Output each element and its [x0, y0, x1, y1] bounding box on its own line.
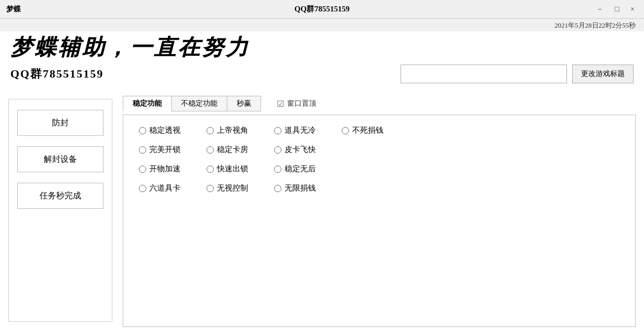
titlebar-qq-group: QQ群785515159 [294, 4, 350, 14]
feature-label-3-1: 无视控制 [217, 183, 248, 193]
tab-stable[interactable]: 稳定功能 [123, 96, 172, 111]
app-name: 梦蝶 [6, 5, 21, 14]
main-title: 梦蝶辅助，一直在努力 [10, 35, 634, 59]
feature-stable-room[interactable]: 稳定卡房 [207, 145, 248, 155]
feature-label-3-0: 六道具卡 [149, 183, 181, 193]
feature-label-0-2: 道具无冷 [285, 125, 316, 135]
tab-instant-win[interactable]: 秒赢 [227, 96, 261, 111]
feature-label-0-0: 稳定透视 [149, 125, 181, 135]
task-complete-button[interactable]: 任务秒完成 [17, 183, 104, 209]
feature-label-3-2: 无限捐钱 [285, 183, 316, 193]
window-controls: － □ × [593, 5, 638, 14]
feature-row-1: 完美开锁 稳定卡房 皮卡飞快 [139, 145, 620, 155]
feature-ignore-control[interactable]: 无视控制 [207, 183, 248, 193]
feature-six-item[interactable]: 六道具卡 [139, 183, 181, 193]
feature-label-2-2: 稳定无后 [285, 164, 316, 174]
right-panel: 稳定功能 不稳定功能 秒赢 ☑ 窗口置顶 稳定透视 上帝视角 [121, 94, 644, 327]
features-panel: 稳定透视 上帝视角 道具无冷 不死捐钱 完美 [123, 115, 636, 327]
tabs-row: 稳定功能 不稳定功能 秒赢 ☑ 窗口置顶 [123, 96, 636, 111]
radio-stable-room [207, 146, 214, 154]
feature-perfect-unlock[interactable]: 完美开锁 [139, 145, 181, 155]
restore-button[interactable]: □ [612, 5, 622, 14]
feature-label-1-1: 稳定卡房 [217, 145, 248, 155]
qq-group-label: QQ群785515159 [10, 66, 104, 82]
radio-god-view [207, 127, 214, 134]
feature-pikachu-fast[interactable]: 皮卡飞快 [274, 145, 316, 155]
radio-item-accel [139, 166, 146, 173]
change-title-button[interactable]: 更改游戏标题 [572, 65, 634, 83]
radio-six-item [139, 185, 146, 192]
fang-feng-button[interactable]: 防封 [17, 110, 104, 136]
qq-group-row: QQ群785515159 更改游戏标题 [10, 65, 634, 83]
header-area: 梦蝶辅助，一直在努力 QQ群785515159 更改游戏标题 [0, 31, 644, 89]
feature-row-2: 开物加速 快速出锁 稳定无后 [139, 164, 620, 174]
title-input-area: 更改游戏标题 [401, 65, 634, 83]
radio-pikachu-fast [274, 146, 281, 154]
radio-stable-see [139, 127, 146, 134]
radio-ignore-control [207, 185, 214, 192]
feature-unlimited-donate[interactable]: 无限捐钱 [274, 183, 316, 193]
left-panel: 防封 解封设备 任务秒完成 [8, 99, 112, 322]
feature-item-no-cool[interactable]: 道具无冷 [274, 125, 316, 135]
feature-label-1-0: 完美开锁 [149, 145, 181, 155]
window-top-label: 窗口置顶 [287, 99, 316, 108]
feature-row-3: 六道具卡 无视控制 无限捐钱 [139, 183, 620, 193]
game-title-input[interactable] [401, 65, 567, 83]
radio-no-die [342, 127, 349, 134]
feature-label-1-2: 皮卡飞快 [285, 145, 316, 155]
radio-fast-unlock [207, 166, 214, 173]
main-content: 防封 解封设备 任务秒完成 稳定功能 不稳定功能 秒赢 ☑ 窗口置顶 稳定透视 [0, 89, 644, 328]
window-top-checkbox[interactable]: ☑ 窗口置顶 [277, 99, 316, 109]
check-icon: ☑ [277, 99, 284, 109]
datetime-display: 2021年5月28日22时2分55秒 [0, 19, 644, 31]
feature-stable-see[interactable]: 稳定透视 [139, 125, 181, 135]
feature-item-accel[interactable]: 开物加速 [139, 164, 181, 174]
feature-god-view[interactable]: 上帝视角 [207, 125, 248, 135]
feature-row-0: 稳定透视 上帝视角 道具无冷 不死捐钱 [139, 125, 620, 135]
datetime-text: 2021年5月28日22时2分55秒 [555, 21, 636, 29]
tab-unstable[interactable]: 不稳定功能 [172, 96, 227, 111]
feature-fast-unlock[interactable]: 快速出锁 [207, 164, 248, 174]
feature-label-2-1: 快速出锁 [217, 164, 248, 174]
minimize-button[interactable]: － [593, 5, 607, 14]
close-button[interactable]: × [627, 5, 638, 14]
feature-label-0-3: 不死捐钱 [352, 125, 383, 135]
feature-no-die[interactable]: 不死捐钱 [342, 125, 383, 135]
feature-label-2-0: 开物加速 [149, 164, 181, 174]
feature-label-0-1: 上帝视角 [217, 125, 248, 135]
radio-no-cool [274, 127, 281, 134]
title-bar: 梦蝶 QQ群785515159 － □ × [0, 0, 644, 19]
radio-stable-no-after [274, 166, 281, 173]
feature-stable-no-after[interactable]: 稳定无后 [274, 164, 316, 174]
radio-perfect-unlock [139, 146, 146, 154]
radio-unlimited-donate [274, 185, 281, 192]
jie-feng-button[interactable]: 解封设备 [17, 146, 104, 172]
